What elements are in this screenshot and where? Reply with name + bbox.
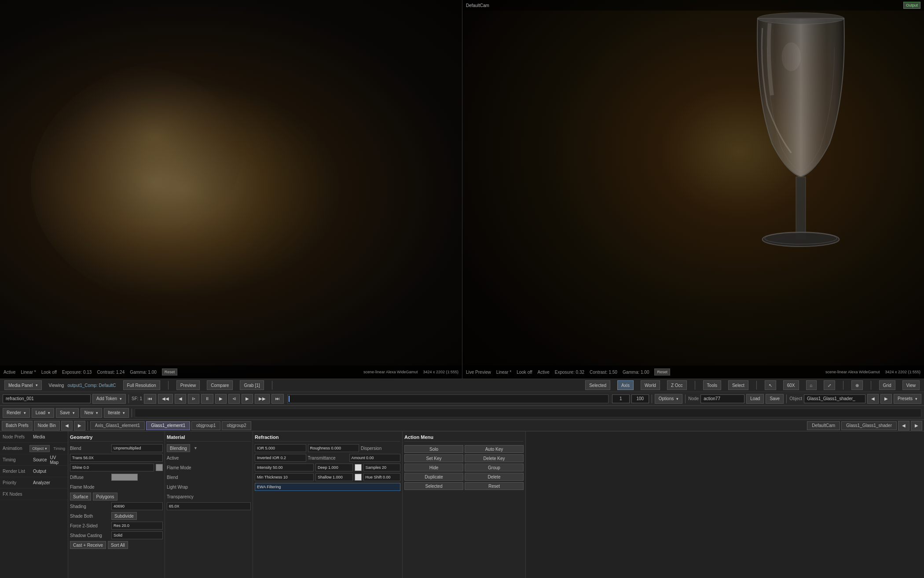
auto-key-btn[interactable]: Auto Key xyxy=(465,445,524,453)
axis-btn[interactable]: Axis xyxy=(617,380,634,390)
trans-val[interactable]: Trans 56.0X xyxy=(70,454,163,462)
cursor-icon[interactable]: ↖ xyxy=(765,380,776,390)
next-btn[interactable]: ▶ xyxy=(242,394,253,404)
render-btn[interactable]: Render xyxy=(3,408,30,418)
world-btn[interactable]: World xyxy=(641,380,660,390)
new-btn[interactable]: New xyxy=(81,408,102,418)
node-load-btn[interactable]: Load xyxy=(746,394,764,404)
intensity-val[interactable]: Intensity 50.00 xyxy=(255,464,314,471)
tab-prev-btn[interactable]: ◀ xyxy=(898,421,909,431)
subdivide-btn[interactable]: Subdivide xyxy=(111,512,137,520)
solo-btn[interactable]: Solo xyxy=(404,445,463,453)
deep-swatch[interactable] xyxy=(355,464,362,471)
nav-right-btn[interactable]: ▶ xyxy=(74,421,85,431)
blending-btn[interactable]: Blending xyxy=(167,444,190,452)
obj-prev-btn[interactable]: ◀ xyxy=(867,394,879,404)
tab-objgroup2[interactable]: objgroup2 xyxy=(222,421,251,430)
object-val-input[interactable] xyxy=(804,394,865,403)
action-reset-btn[interactable]: Reset xyxy=(465,482,524,490)
node-input[interactable] xyxy=(3,394,91,403)
node-bin-btn[interactable]: Node Bin xyxy=(34,421,60,431)
next-frame-btn[interactable]: ▶▶ xyxy=(255,394,270,404)
output-btn[interactable]: Output xyxy=(903,2,920,9)
ior-val[interactable]: IOR 5.000 xyxy=(255,444,306,452)
roughness-val[interactable]: Roughness 0.000 xyxy=(308,444,359,452)
shallow-val[interactable]: Shallow 1.000 xyxy=(315,473,352,481)
frame-end-input[interactable] xyxy=(631,394,649,403)
deep-val[interactable]: Deep 1.000 xyxy=(315,464,352,471)
prev-btn[interactable]: ◀ xyxy=(175,394,186,404)
node-save-btn[interactable]: Save xyxy=(766,394,784,404)
set-key-btn[interactable]: Set Key xyxy=(404,454,463,462)
tab-next-btn[interactable]: ▶ xyxy=(911,421,922,431)
hide-btn[interactable]: Hide xyxy=(404,464,463,471)
group-btn[interactable]: Group xyxy=(465,464,524,471)
tools-btn[interactable]: Tools xyxy=(703,380,721,390)
object-dropdown[interactable]: Object xyxy=(29,445,50,452)
presets-btn[interactable]: Presets xyxy=(894,394,921,404)
obj-next-btn[interactable]: ▶ xyxy=(880,394,892,404)
expand-icon[interactable]: ⤢ xyxy=(824,380,835,390)
pause-btn[interactable]: ⏸ xyxy=(201,394,213,404)
load-btn[interactable]: Load xyxy=(32,408,54,418)
ewa-val[interactable]: EWA Filtering xyxy=(255,483,400,491)
nav-left-btn[interactable]: ◀ xyxy=(61,421,73,431)
preview-btn[interactable]: Preview xyxy=(176,380,200,390)
left-reset-btn[interactable]: Reset xyxy=(162,368,178,376)
grab-btn[interactable]: Grab [1] xyxy=(240,380,264,390)
tab-objgroup1[interactable]: objgroup1 xyxy=(191,421,220,430)
save-btn2[interactable]: Save xyxy=(56,408,79,418)
mark-out-btn[interactable]: ⊲ xyxy=(228,394,240,404)
trans-pct-val[interactable]: 65.0X xyxy=(167,502,251,510)
play-btn[interactable]: ▶ xyxy=(215,394,227,404)
tab-glass1-shader[interactable]: Glass1_Glass1_shader xyxy=(841,421,897,430)
res-val[interactable]: Res 20.0 xyxy=(111,522,163,530)
right-reset-btn[interactable]: Reset xyxy=(654,368,670,376)
node-val-input[interactable] xyxy=(700,394,744,403)
add-token-btn[interactable]: Add Token xyxy=(92,394,126,404)
amount-val[interactable]: Amount 0.00 xyxy=(349,454,401,462)
zoom-btn[interactable]: 60X xyxy=(783,380,799,390)
delete-btn[interactable]: Delete xyxy=(465,473,524,481)
sort-btn[interactable]: Sort All xyxy=(108,541,128,549)
home-icon[interactable]: ⌂ xyxy=(806,380,817,390)
batch-prefs-btn[interactable]: Batch Prefs xyxy=(2,421,33,431)
blend-val[interactable]: Unpremultiplied xyxy=(111,444,163,452)
tab-axis-glass1[interactable]: Axis_Glass1_element1 xyxy=(90,421,145,430)
selected-btn2[interactable]: Selected xyxy=(404,482,463,490)
view-btn[interactable]: View xyxy=(902,380,920,390)
options-btn[interactable]: Options xyxy=(655,394,682,404)
tab-defaultcam[interactable]: DefaultCam xyxy=(807,421,840,430)
hue-val[interactable]: Hue Shift 0.00 xyxy=(363,473,400,481)
inverted-ior-val[interactable]: Inverted IOR 0.2 xyxy=(255,454,306,462)
prev-frame-btn[interactable]: ◀◀ xyxy=(158,394,173,404)
thickness-val[interactable]: Min Thickness 10 xyxy=(255,473,314,481)
polygons-btn[interactable]: Polygons xyxy=(93,493,117,501)
cast-btn[interactable]: Cast + Receive xyxy=(70,541,106,549)
delete-key-btn[interactable]: Delete Key xyxy=(465,454,524,462)
media-panel-btn[interactable]: Media Panel xyxy=(4,380,42,390)
tab-glass1[interactable]: Glass1_element1 xyxy=(146,421,190,430)
grid-btn[interactable]: Grid xyxy=(879,380,895,390)
prev-start-btn[interactable]: ⏮ xyxy=(144,394,156,404)
samples-val[interactable]: Samples 20 xyxy=(363,464,400,471)
crosshair-icon[interactable]: ⊕ xyxy=(851,380,863,390)
next-end-btn[interactable]: ⏭ xyxy=(271,394,284,404)
z-occ-btn[interactable]: Z Occ xyxy=(667,380,687,390)
surface-btn[interactable]: Surface xyxy=(70,493,91,501)
viewport-right[interactable]: DefaultCam Output Live Preview Linear * … xyxy=(462,0,924,379)
compare-btn[interactable]: Compare xyxy=(207,380,233,390)
select-btn[interactable]: Select xyxy=(728,380,748,390)
mark-in-btn[interactable]: ⊳ xyxy=(188,394,199,404)
shading-val[interactable]: 40690 xyxy=(111,502,163,510)
shallow-swatch[interactable] xyxy=(355,474,362,481)
viewport-left[interactable]: Active Linear * Look off Exposure: 0.13 … xyxy=(0,0,462,379)
selected-btn[interactable]: Selected xyxy=(585,380,610,390)
shadow-val[interactable]: Solid xyxy=(111,531,163,539)
duplicate-btn[interactable]: Duplicate xyxy=(404,473,463,481)
shine-swatch[interactable] xyxy=(156,464,163,471)
diffuse-swatch[interactable] xyxy=(111,474,138,481)
full-resolution-btn[interactable]: Full Resolution xyxy=(123,380,160,390)
frame-input[interactable] xyxy=(612,394,630,403)
iterate-btn[interactable]: Iterate xyxy=(104,408,129,418)
